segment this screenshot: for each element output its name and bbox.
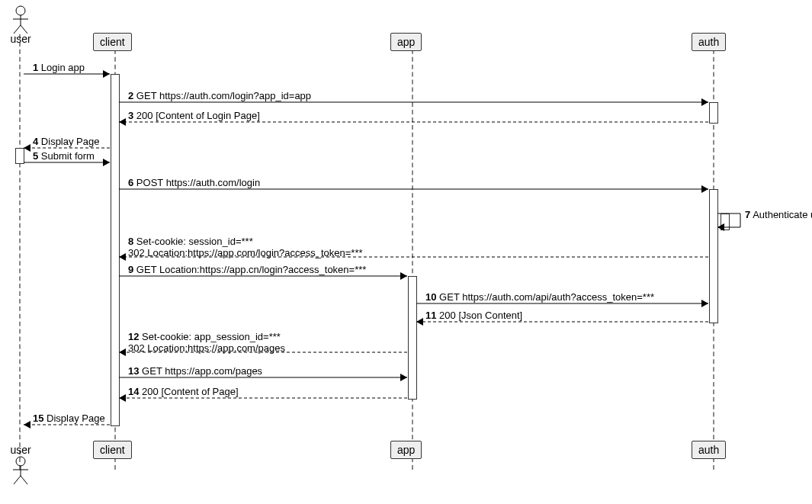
sequence-diagram: userclientappauthuser clientappauth1 Log…: [0, 0, 812, 504]
message-11: 11 200 [Json Content]: [425, 310, 522, 321]
message-num: 1: [33, 62, 38, 73]
message-6: 6 POST https://auth.com/login: [128, 177, 260, 188]
activation-3: [709, 189, 718, 323]
message-text: Submit form: [41, 150, 95, 162]
svg-marker-21: [701, 185, 708, 193]
message-num: 6: [128, 177, 133, 188]
svg-marker-30: [416, 318, 423, 326]
actor-user-label: user: [9, 33, 32, 45]
message-14: 14 200 [Content of Page]: [128, 386, 239, 397]
participant-app-header: app: [390, 33, 422, 51]
svg-point-0: [16, 6, 25, 15]
actor-user-label: user: [9, 444, 32, 456]
message-text: GET Location:https://app.cn/login?access…: [136, 264, 366, 275]
message-text: Login app: [41, 62, 85, 73]
svg-marker-19: [103, 159, 110, 166]
actor-user-header: user: [9, 5, 32, 45]
message-text: 200 [Content of Page]: [142, 386, 238, 397]
message-num: 8: [128, 236, 133, 247]
message-num: 14: [128, 386, 139, 397]
message-text: POST https://auth.com/login: [136, 177, 260, 188]
message-10: 10 GET https://auth.com/api/auth?access_…: [425, 291, 654, 303]
message-num: 9: [128, 264, 133, 275]
message-15: 15 Display Page: [33, 413, 105, 424]
activation-1: [15, 148, 24, 164]
svg-line-8: [14, 476, 21, 484]
svg-line-9: [21, 476, 27, 484]
message-num: 12: [128, 331, 139, 342]
message-num: 15: [33, 413, 43, 424]
message-text: Set-cookie: session_id=*** 302 Location:…: [128, 236, 363, 258]
participant-client-footer: client: [93, 441, 132, 459]
message-text: Authenticate user: [753, 209, 812, 220]
svg-marker-36: [119, 394, 126, 402]
message-num: 4: [33, 136, 38, 147]
message-1: 1 Login app: [33, 62, 85, 73]
message-num: 10: [425, 291, 436, 303]
svg-marker-38: [24, 421, 30, 429]
message-num: 2: [128, 90, 133, 101]
participant-auth-footer: auth: [692, 441, 726, 459]
svg-marker-13: [701, 98, 708, 106]
svg-marker-34: [400, 374, 407, 381]
message-num: 7: [745, 209, 750, 220]
message-text: GET https://auth.com/api/auth?access_tok…: [439, 291, 654, 303]
message-text: 200 [Content of Login Page]: [136, 110, 260, 121]
message-2: 2 GET https://auth.com/login?app_id=app: [128, 90, 311, 101]
message-text: Set-cookie: app_session_id=*** 302 Locat…: [128, 331, 285, 354]
message-4: 4 Display Page: [33, 136, 99, 147]
message-text: Display Page: [47, 413, 105, 424]
message-num: 11: [425, 310, 436, 321]
message-text: 200 [Json Content]: [439, 310, 522, 321]
message-9: 9 GET Location:https://app.cn/login?acce…: [128, 264, 366, 275]
lifeline-app: [412, 34, 413, 470]
svg-point-5: [16, 457, 25, 466]
activation-4: [408, 276, 417, 400]
svg-marker-28: [701, 300, 708, 307]
participant-app-footer: app: [390, 441, 422, 459]
message-num: 13: [128, 365, 139, 377]
message-num: 3: [128, 110, 133, 121]
activation-0: [111, 74, 120, 426]
svg-marker-17: [24, 144, 30, 152]
message-7: 7 Authenticate user: [745, 209, 812, 220]
message-13: 13 GET https://app.com/pages: [128, 365, 262, 377]
lifeline-user: [19, 34, 21, 470]
svg-marker-24: [119, 253, 126, 261]
message-12: 12 Set-cookie: app_session_id=*** 302 Lo…: [128, 331, 285, 354]
actor-user-footer: user: [9, 445, 32, 485]
message-text: Display Page: [41, 136, 100, 147]
message-5: 5 Submit form: [33, 150, 95, 162]
message-text: GET https://auth.com/login?app_id=app: [136, 90, 311, 101]
message-8: 8 Set-cookie: session_id=*** 302 Locatio…: [128, 236, 363, 258]
activation-5: [721, 213, 730, 230]
participant-auth-header: auth: [692, 33, 726, 51]
activation-2: [709, 102, 718, 124]
svg-marker-15: [119, 118, 126, 126]
message-num: 5: [33, 150, 38, 162]
svg-marker-26: [400, 272, 407, 280]
message-3: 3 200 [Content of Login Page]: [128, 110, 260, 121]
participant-client-header: client: [93, 33, 132, 51]
message-text: GET https://app.com/pages: [142, 365, 262, 377]
svg-marker-11: [103, 70, 110, 78]
svg-marker-32: [119, 348, 126, 356]
